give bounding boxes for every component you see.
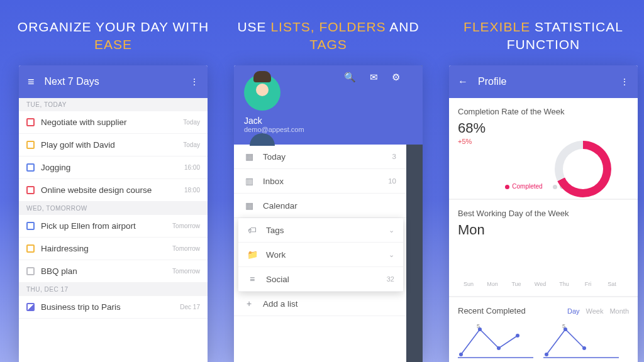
task-row[interactable]: Play golf with DavidToday [19, 134, 208, 156]
recent-title: Recent Completed [458, 306, 526, 315]
user-name: Jack [244, 116, 413, 126]
checkbox-icon[interactable] [26, 118, 35, 126]
checkbox-icon[interactable] [26, 303, 35, 311]
chevron-down-icon: ⌄ [389, 226, 394, 234]
drawer-item-social[interactable]: ≡Social32 [238, 267, 403, 292]
best-day-bar-chart: Sun Mon Tue Wed Thu Fri Sat [458, 243, 629, 287]
hamburger-icon[interactable]: ≡ [28, 75, 35, 89]
phone-screen-drawer: ⋮ 🔍 ✉ ⚙ Jack demo@appest.com ▦Today3 ▥In… [234, 65, 423, 362]
drawer-add-list[interactable]: +Add a list [234, 292, 406, 316]
overflow-icon[interactable]: ⋮ [190, 77, 199, 87]
task-row[interactable]: Negotiate with supplierToday [19, 111, 208, 134]
drawer-header: 🔍 ✉ ⚙ Jack demo@appest.com [234, 65, 423, 145]
headline-1: ORGANIZE YOUR DAY WITH EASE [11, 6, 215, 65]
svg-point-10 [582, 346, 586, 350]
appbar-tasks: ≡ Next 7 Days ⋮ [19, 65, 208, 98]
completion-delta: +5% [458, 138, 629, 145]
completion-donut-chart [555, 141, 611, 197]
back-icon[interactable] [458, 76, 468, 87]
section-header: WED, TOMORROW [19, 202, 208, 215]
plus-icon: + [244, 299, 254, 309]
mail-icon[interactable]: ✉ [370, 72, 378, 83]
phone-screen-tasks: ≡ Next 7 Days ⋮ TUE, TODAY Negotiate wit… [19, 65, 208, 362]
inbox-icon: ▥ [244, 176, 254, 186]
recent-line-chart: 5 5 [458, 323, 629, 361]
best-day-title: Best Working Day of the Week [458, 209, 629, 218]
section-header: THU, DEC 17 [19, 283, 208, 296]
svg-point-2 [459, 353, 463, 356]
best-day-value: Mon [458, 222, 629, 238]
checkbox-icon[interactable] [26, 141, 35, 149]
user-email: demo@appest.com [244, 126, 413, 133]
period-tabs[interactable]: Day Week Month [567, 307, 629, 315]
headline-2: USE LISTS, FOLDERS AND TAGS [226, 6, 430, 65]
phone-screen-profile: Profile ⋮ Completion Rate of the Week 68… [449, 65, 638, 362]
tab-day[interactable]: Day [567, 307, 580, 315]
checkbox-icon[interactable] [26, 267, 35, 275]
tab-week[interactable]: Week [586, 307, 604, 315]
calendar-icon: ▦ [244, 200, 254, 211]
checkbox-icon[interactable] [26, 186, 35, 194]
checkbox-icon[interactable] [26, 244, 35, 253]
promo-panel-3: FLEXIBLE STATISTICAL FUNCTION Profile ⋮ … [441, 6, 644, 362]
drawer-item-calendar[interactable]: ▦Calendar [234, 194, 406, 218]
drawer-expanded-group: 🏷Tags⌄ 📁Work⌄ ≡Social32 [238, 218, 403, 292]
svg-point-3 [478, 327, 482, 331]
search-icon[interactable]: 🔍 [344, 72, 356, 83]
task-row[interactable]: Business trip to ParisDec 17 [19, 296, 208, 319]
today-icon: ▦ [244, 151, 254, 162]
task-row[interactable]: BBQ planTomorrow [19, 260, 208, 283]
task-row[interactable]: Jogging16:00 [19, 156, 208, 179]
svg-point-5 [516, 334, 519, 337]
promo-panel-1: ORGANIZE YOUR DAY WITH EASE ≡ Next 7 Day… [11, 6, 215, 362]
svg-point-4 [497, 346, 501, 350]
headline-3: FLEXIBLE STATISTICAL FUNCTION [441, 6, 644, 65]
task-row[interactable]: Online website design course18:00 [19, 179, 208, 202]
svg-point-8 [545, 353, 548, 356]
svg-point-9 [564, 327, 567, 331]
appbar-title: Next 7 Days [45, 76, 99, 87]
avatar[interactable] [244, 74, 280, 111]
drawer-item-inbox[interactable]: ▥Inbox10 [234, 169, 406, 194]
tab-month[interactable]: Month [609, 307, 629, 315]
drawer-item-work[interactable]: 📁Work⌄ [238, 243, 403, 267]
checkbox-icon[interactable] [26, 222, 35, 230]
list-icon: ≡ [247, 274, 257, 284]
promo-panel-2: USE LISTS, FOLDERS AND TAGS ⋮ 🔍 ✉ ⚙ Jack… [226, 6, 430, 362]
task-row[interactable]: HairdressingTomorrow [19, 238, 208, 260]
folder-icon: 📁 [247, 250, 257, 260]
drawer-item-today[interactable]: ▦Today3 [234, 145, 406, 169]
section-header: TUE, TODAY [19, 98, 208, 111]
chevron-down-icon: ⌄ [389, 251, 394, 259]
drawer-item-tags[interactable]: 🏷Tags⌄ [238, 218, 403, 243]
checkbox-icon[interactable] [26, 163, 35, 172]
appbar-title: Profile [478, 76, 506, 87]
appbar-profile: Profile ⋮ [449, 65, 638, 98]
tag-icon: 🏷 [247, 225, 257, 235]
task-row[interactable]: Pick up Ellen from airportTomorrow [19, 215, 208, 238]
completion-value: 68% [458, 120, 629, 136]
gear-icon[interactable]: ⚙ [392, 72, 400, 83]
completion-title: Completion Rate of the Week [458, 107, 629, 116]
overflow-icon[interactable]: ⋮ [620, 77, 629, 87]
